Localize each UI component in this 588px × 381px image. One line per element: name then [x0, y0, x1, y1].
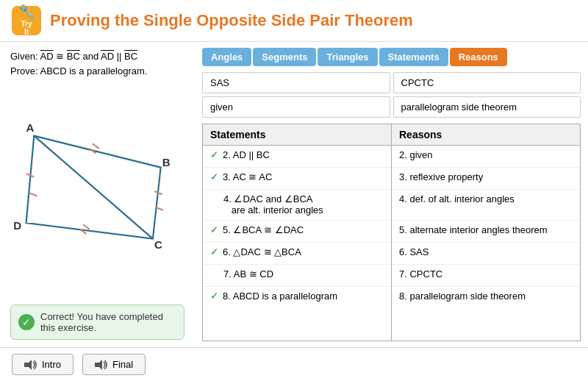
- given-line1: Given: AD ≅ BC and AD || BC: [10, 49, 184, 64]
- try-it-icon: 🔧 Try It: [12, 6, 41, 35]
- given-line2: Prove: ABCD is a parallelogram.: [10, 64, 184, 79]
- table-row: ✓ 8. ABCD is a parallelogram: [203, 287, 391, 309]
- tab-reasons[interactable]: Reasons: [450, 48, 507, 66]
- proof-table: Statements ✓ 2. AD || BC ✓ 3. AC ≅ AC 4.…: [202, 124, 581, 341]
- header: 🔧 Try It Proving the Single Opposite Sid…: [0, 0, 588, 42]
- table-row: 2. given: [392, 146, 580, 168]
- table-row: ✓ 3. AC ≅ AC: [203, 168, 391, 190]
- drag-items-area: SAS CPCTC given parallelogram side theor…: [202, 72, 581, 118]
- table-row: 4. def. of alt. interior angles: [392, 190, 580, 221]
- final-label: Final: [112, 359, 133, 370]
- svg-line-9: [83, 224, 90, 229]
- svg-text:A: A: [26, 121, 35, 134]
- success-icon: ✓: [18, 314, 35, 330]
- speaker-icon-final: [95, 360, 108, 370]
- drag-item-cpctc[interactable]: CPCTC: [393, 72, 581, 93]
- diagram: A B C D: [10, 84, 184, 299]
- intro-label: Intro: [42, 359, 61, 370]
- table-row: 7. CPCTC: [392, 265, 580, 287]
- tab-segments[interactable]: Segments: [253, 48, 316, 66]
- drag-item-given[interactable]: given: [202, 96, 390, 118]
- table-row: 4. ∠DAC and ∠BCA are alt. interior angle…: [203, 190, 391, 221]
- footer: Intro Final: [0, 347, 588, 381]
- table-row: 3. reflexive property: [392, 168, 580, 190]
- tab-angles[interactable]: Angles: [202, 48, 251, 66]
- tab-statements[interactable]: Statements: [379, 48, 448, 66]
- table-row: ✓ 6. △DAC ≅ △BCA: [203, 243, 391, 265]
- table-row: 8. parallelogram side theorem: [392, 287, 580, 309]
- statements-column: Statements ✓ 2. AD || BC ✓ 3. AC ≅ AC 4.…: [203, 124, 392, 341]
- intro-button[interactable]: Intro: [12, 354, 74, 375]
- drag-item-parallelogram-theorem[interactable]: parallelogram side theorem: [393, 96, 581, 118]
- statements-header: Statements: [203, 124, 391, 146]
- success-message: Correct! You have completed this exercis…: [40, 311, 176, 333]
- svg-marker-15: [95, 360, 102, 370]
- svg-line-3: [29, 193, 37, 196]
- right-panel: Angles Segments Triangles Statements Rea…: [195, 42, 588, 347]
- table-row: 6. SAS: [392, 243, 580, 265]
- table-row: 5. alternate interior angles theorem: [392, 221, 580, 243]
- drag-item-sas[interactable]: SAS: [202, 72, 390, 93]
- svg-marker-14: [24, 360, 32, 370]
- table-row: ✓ 2. AD || BC: [203, 146, 391, 168]
- table-row: ✓ 5. ∠BCA ≅ ∠DAC: [203, 221, 391, 243]
- table-row: 7. AB ≅ CD: [203, 265, 391, 287]
- tab-triangles[interactable]: Triangles: [318, 48, 377, 66]
- content-area: Given: AD ≅ BC and AD || BC Prove: ABCD …: [0, 42, 588, 347]
- svg-text:B: B: [162, 156, 171, 168]
- svg-text:C: C: [154, 238, 162, 251]
- reasons-column: Reasons 2. given 3. reflexive property 4…: [392, 124, 580, 341]
- svg-line-7: [93, 143, 99, 148]
- left-panel: Given: AD ≅ BC and AD || BC Prove: ABCD …: [0, 42, 195, 347]
- reasons-header: Reasons: [392, 124, 580, 146]
- svg-text:D: D: [13, 219, 21, 232]
- page-title: Proving the Single Opposite Side Pair Th…: [50, 11, 413, 30]
- success-box: ✓ Correct! You have completed this exerc…: [10, 305, 184, 340]
- speaker-icon: [24, 360, 37, 370]
- tabs-bar: Angles Segments Triangles Statements Rea…: [202, 48, 581, 66]
- final-button[interactable]: Final: [82, 354, 146, 375]
- given-text: Given: AD ≅ BC and AD || BC Prove: ABCD …: [10, 49, 184, 78]
